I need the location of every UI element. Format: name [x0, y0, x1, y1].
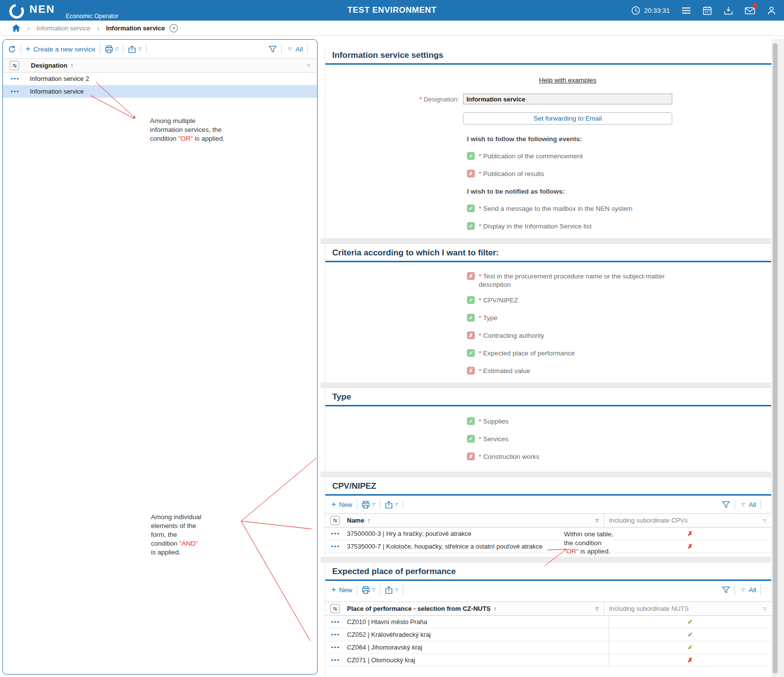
checkbox-icon[interactable]: [467, 435, 475, 443]
export-icon[interactable]: [385, 501, 393, 509]
checkbox-icon[interactable]: [467, 204, 475, 212]
toolbar-divider: [357, 585, 357, 595]
print-dropdown-icon[interactable]: ▽: [372, 502, 375, 507]
user-icon[interactable]: [767, 6, 776, 15]
export-icon[interactable]: [385, 586, 393, 594]
show-all-button[interactable]: All: [295, 46, 303, 53]
column-filter-icon[interactable]: ▽: [307, 63, 310, 68]
checkbox-icon[interactable]: [467, 349, 475, 357]
checkbox-icon[interactable]: [467, 222, 475, 230]
breadcrumb-item-2[interactable]: Information service: [106, 25, 165, 32]
row-actions-icon[interactable]: [331, 659, 340, 661]
filter-icon[interactable]: [722, 501, 730, 509]
detail-panel: Information service settings Help with e…: [325, 39, 771, 677]
column-header-designation[interactable]: Designation: [31, 62, 74, 69]
checkbox-icon[interactable]: [467, 367, 475, 375]
column-header-included[interactable]: Including subordinate NUTS▽: [604, 602, 771, 615]
close-tab-icon[interactable]: ×: [170, 24, 178, 32]
section-gap: [320, 472, 776, 477]
nuts-name: CZ052 | Královéhradecký kraj: [347, 631, 609, 638]
checkbox-icon[interactable]: [467, 170, 475, 177]
checkbox-icon[interactable]: [467, 296, 475, 304]
column-filter-icon[interactable]: ▽: [763, 606, 766, 611]
checkbox-icon[interactable]: [467, 452, 475, 460]
section-rule: [325, 261, 771, 262]
column-settings-icon[interactable]: [330, 604, 340, 613]
row-actions-icon[interactable]: [331, 634, 340, 636]
toolbar-divider: [146, 44, 147, 54]
list-item-information-service-2[interactable]: Information service 2: [3, 73, 317, 85]
section-rule: [325, 405, 771, 406]
checkbox-icon[interactable]: [467, 417, 475, 425]
checkbox-icon[interactable]: [467, 152, 475, 160]
print-icon[interactable]: [105, 45, 113, 53]
annotation-highlight: "AND": [179, 540, 198, 547]
column-settings-icon[interactable]: [10, 61, 19, 70]
cpv-row[interactable]: 37535000-7 | Kolotoče, houpačky, střelni…: [325, 540, 771, 553]
filter-icon[interactable]: [269, 45, 277, 53]
print-dropdown-icon[interactable]: ▽: [372, 587, 375, 592]
toolbar-divider: [281, 44, 282, 54]
column-header-included[interactable]: Including subordinate CPVs▽: [604, 514, 771, 527]
show-all-button[interactable]: All: [749, 501, 756, 508]
breadcrumb: › Information service › Information serv…: [0, 21, 784, 36]
export-icon[interactable]: [128, 45, 136, 53]
nuts-row[interactable]: CZ071 | Olomoucký kraj: [325, 654, 771, 667]
page: NEN Economic Operator TEST ENVIRONMENT 2…: [0, 0, 784, 677]
print-icon[interactable]: [362, 501, 370, 509]
checkbox-icon[interactable]: [467, 314, 475, 322]
nuts-row[interactable]: CZ010 | Hlavní město Praha: [325, 616, 771, 628]
help-with-examples-link[interactable]: Help with examples: [463, 76, 672, 84]
column-filter-icon[interactable]: ▽: [763, 518, 766, 523]
included-mark: [609, 656, 771, 664]
column-header-name[interactable]: Name: [347, 517, 370, 524]
list-item-information-service[interactable]: Information service: [3, 85, 317, 98]
designation-row: Designation:: [325, 94, 771, 104]
row-actions-icon[interactable]: [11, 78, 19, 80]
filter-icon[interactable]: [722, 586, 730, 594]
set-forwarding-to-email-button[interactable]: Set forwarding to Email: [463, 112, 672, 125]
nuts-row[interactable]: CZ052 | Královéhradecký kraj: [325, 628, 771, 641]
scrollbar-thumb[interactable]: [773, 43, 778, 674]
view-dropdown-icon[interactable]: ▽: [741, 587, 745, 592]
create-service-button[interactable]: Create a new service: [25, 44, 96, 54]
column-header-place[interactable]: Place of performance - selection from CZ…: [347, 605, 497, 612]
column-settings-icon[interactable]: [330, 516, 340, 525]
view-dropdown-icon[interactable]: ▽: [288, 47, 292, 51]
column-filter-icon[interactable]: ▽: [595, 606, 599, 611]
breadcrumb-item-1[interactable]: Information service: [36, 25, 90, 32]
new-cpv-button[interactable]: New: [331, 500, 352, 509]
designation-input[interactable]: [463, 94, 672, 104]
row-actions-icon[interactable]: [331, 647, 340, 649]
checkbox-icon[interactable]: [467, 272, 475, 280]
refresh-icon[interactable]: [8, 45, 16, 53]
export-dropdown-icon[interactable]: ▽: [395, 587, 398, 592]
row-actions-icon[interactable]: [331, 621, 340, 623]
column-filter-icon[interactable]: ▽: [595, 518, 599, 523]
follow-events-heading: I wish to follow the following events:: [467, 135, 771, 143]
export-dropdown-icon[interactable]: ▽: [395, 502, 398, 507]
calendar-icon[interactable]: [703, 6, 712, 15]
scrollbar-track[interactable]: [771, 39, 784, 677]
nuts-row[interactable]: CZ064 | Jihomoravský kraj: [325, 641, 771, 654]
print-icon[interactable]: [362, 586, 370, 594]
new-nuts-button[interactable]: New: [331, 585, 352, 595]
view-dropdown-icon[interactable]: ▽: [741, 502, 745, 507]
included-mark: [609, 618, 771, 626]
download-icon[interactable]: [724, 6, 733, 15]
print-dropdown-icon[interactable]: ▽: [115, 47, 119, 51]
row-actions-icon[interactable]: [11, 91, 19, 93]
mail[interactable]: [745, 6, 755, 15]
checkbox-label: Construction works: [479, 452, 539, 461]
cpv-row[interactable]: 37500000-3 | Hry a hračky; pouťové atrak…: [325, 527, 771, 540]
checkbox-icon[interactable]: [467, 331, 475, 339]
home-icon[interactable]: [12, 24, 21, 32]
menu-icon[interactable]: [682, 6, 691, 15]
export-dropdown-icon[interactable]: ▽: [138, 47, 142, 51]
top-right-icons: 20:33:31: [631, 0, 776, 21]
row-actions-icon[interactable]: [331, 533, 340, 535]
row-actions-icon[interactable]: [331, 546, 340, 548]
show-all-button[interactable]: All: [749, 586, 756, 594]
annotation-line: elements of the: [151, 522, 196, 529]
cpv-table-header: Name ▽ Including subordinate CPVs▽: [325, 513, 771, 527]
